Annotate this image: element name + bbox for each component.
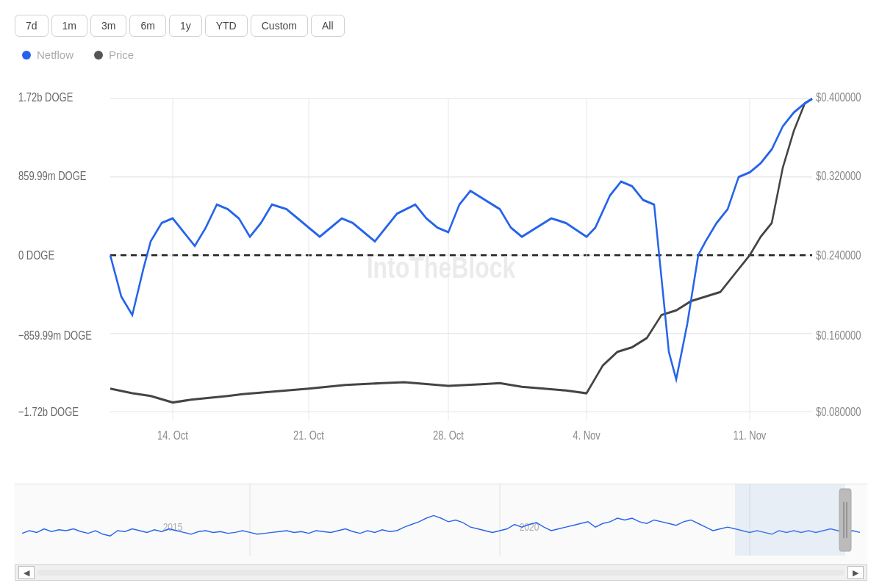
- chart-wrapper: 1.72b DOGE 859.99m DOGE 0 DOGE −859.99m …: [15, 76, 867, 581]
- scroll-left-arrow[interactable]: ◀: [18, 566, 35, 579]
- legend-price: Price: [94, 49, 134, 61]
- btn-all[interactable]: All: [311, 15, 345, 37]
- main-chart-svg: 1.72b DOGE 859.99m DOGE 0 DOGE −859.99m …: [15, 76, 867, 481]
- navigator-area: 2015 2020: [15, 484, 867, 564]
- btn-1m[interactable]: 1m: [51, 15, 87, 37]
- navigator-svg: 2015 2020: [15, 484, 867, 564]
- time-range-toolbar: 7d 1m 3m 6m 1y YTD Custom All: [15, 15, 867, 37]
- scroll-bar: ◀ ▶: [15, 564, 867, 581]
- btn-1y[interactable]: 1y: [169, 15, 202, 37]
- btn-ytd[interactable]: YTD: [205, 15, 248, 37]
- y-right-4: $0.080000: [816, 406, 861, 419]
- price-label: Price: [109, 49, 134, 61]
- btn-3m[interactable]: 3m: [90, 15, 126, 37]
- watermark: IntoTheBlock: [367, 251, 516, 284]
- x-label-2: 28. Oct: [433, 429, 464, 442]
- y-label-3: −859.99m DOGE: [18, 329, 92, 343]
- x-label-0: 14. Oct: [157, 429, 188, 442]
- navigator-handle[interactable]: [839, 489, 851, 551]
- y-label-4: −1.72b DOGE: [18, 406, 79, 419]
- scroll-track[interactable]: [37, 570, 845, 576]
- y-right-3: $0.160000: [816, 329, 861, 343]
- legend-netflow: Netflow: [22, 49, 74, 61]
- x-label-4: 11. Nov: [734, 429, 767, 442]
- y-label-0: 1.72b DOGE: [18, 91, 74, 104]
- main-chart-area: 1.72b DOGE 859.99m DOGE 0 DOGE −859.99m …: [15, 76, 867, 481]
- chart-legend: Netflow Price: [22, 49, 867, 61]
- y-right-0: $0.400000: [816, 91, 861, 104]
- btn-7d[interactable]: 7d: [15, 15, 49, 37]
- btn-6m[interactable]: 6m: [129, 15, 165, 37]
- x-label-3: 4. Nov: [573, 429, 600, 442]
- x-label-1: 21. Oct: [293, 429, 324, 442]
- svg-rect-15: [735, 484, 845, 556]
- y-label-1: 859.99m DOGE: [18, 169, 87, 182]
- price-dot: [94, 51, 103, 60]
- main-container: 7d 1m 3m 6m 1y YTD Custom All Netflow Pr…: [0, 0, 882, 588]
- scroll-right-arrow[interactable]: ▶: [847, 566, 864, 579]
- y-right-2: $0.240000: [816, 249, 861, 262]
- netflow-label: Netflow: [37, 49, 74, 61]
- y-right-1: $0.320000: [816, 169, 861, 182]
- netflow-line: [110, 98, 812, 379]
- btn-custom[interactable]: Custom: [251, 15, 308, 37]
- price-line: [110, 98, 812, 402]
- y-label-2: 0 DOGE: [18, 249, 54, 262]
- netflow-dot: [22, 51, 31, 60]
